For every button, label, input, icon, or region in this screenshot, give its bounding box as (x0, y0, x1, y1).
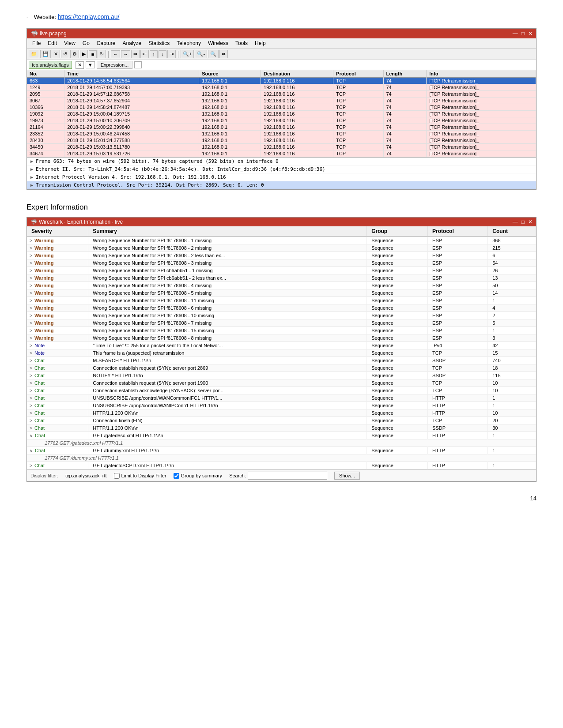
close-button[interactable]: ✕ (528, 30, 533, 37)
list-item[interactable]: > WarningWrong Sequence Number for SPI f… (27, 252, 536, 259)
limit-display-filter-checkbox[interactable] (114, 473, 120, 479)
filter-arrow-icon[interactable]: ▼ (86, 61, 95, 68)
table-row[interactable]: 346742018-01-29 15:03:19.531726192.168.0… (27, 150, 536, 157)
expression-button[interactable]: Expression... (97, 61, 133, 69)
toolbar-save[interactable]: 💾 (40, 50, 51, 58)
menu-help[interactable]: Help (251, 39, 269, 47)
list-item[interactable]: > WarningWrong Sequence Number for SPI f… (27, 327, 536, 334)
menu-tools[interactable]: Tools (232, 39, 251, 47)
toolbar-last[interactable]: ⇥ (167, 50, 176, 58)
list-item[interactable]: > ChatConnection establish request (SYN)… (27, 364, 536, 372)
list-item[interactable]: > WarningWrong Sequence Number for SPI c… (27, 274, 536, 282)
toolbar-resize[interactable]: ⇔ (219, 50, 228, 58)
toolbar-reload[interactable]: ↺ (61, 50, 69, 58)
list-item[interactable]: > NoteThis frame is a (suspected) retran… (27, 349, 536, 357)
show-button[interactable]: Show... (334, 472, 360, 480)
table-row[interactable]: 344502018-01-29 15:03:13.511780192.168.0… (27, 144, 536, 150)
menu-go[interactable]: Go (79, 39, 93, 47)
toolbar-stop-capture[interactable]: ■ (89, 50, 97, 58)
list-item[interactable]: > Note"Time To Live" != 255 for a packet… (27, 342, 536, 349)
list-item[interactable]: > WarningWrong Sequence Number for SPI f… (27, 259, 536, 267)
list-item[interactable]: > ChatUNSUBSCRIBE /upnp/control/WANIPCon… (27, 402, 536, 409)
toolbar-goto[interactable]: ⇒ (131, 50, 140, 58)
toolbar-next[interactable]: ↓ (159, 50, 166, 58)
group-by-summary-text: Group by summary (181, 473, 223, 478)
menu-file[interactable]: File (29, 39, 44, 47)
detail-row-ethernet[interactable]: ▶ Ethernet II, Src: Tp-LinkT_34:5a:4c (b… (27, 165, 536, 173)
toolbar-restart[interactable]: ↻ (98, 50, 106, 58)
list-item[interactable]: ∨ ChatGET /dummy.xml HTTP/1.1\r\nSequenc… (27, 447, 536, 454)
expand-row-arrow: > (30, 283, 32, 288)
menu-telephony[interactable]: Telephony (173, 39, 204, 47)
list-item[interactable]: > WarningWrong Sequence Number for SPI f… (27, 312, 536, 319)
toolbar-start-capture[interactable]: ▶ (80, 50, 88, 58)
toolbar-forward[interactable]: → (121, 50, 130, 58)
list-item[interactable]: > ChatNOTIFY * HTTP/1.1\r\nSequenceSSDP1… (27, 372, 536, 379)
maximize-button[interactable]: □ (521, 30, 525, 37)
filter-clear-icon[interactable]: ✕ (76, 61, 84, 69)
list-item[interactable]: > ChatConnection finish (FIN)SequenceTCP… (27, 417, 536, 424)
ei-minimize-button[interactable]: — (513, 219, 518, 225)
table-row[interactable]: 30672018-01-29 14:57:37.652904192.168.0.… (27, 98, 536, 104)
list-item[interactable]: > ChatConnection establish request (SYN)… (27, 379, 536, 387)
ei-col-summary: Summary (88, 226, 367, 236)
menu-wireless[interactable]: Wireless (204, 39, 232, 47)
detail-row-ip[interactable]: ▶ Internet Protocol Version 4, Src: 192.… (27, 173, 536, 181)
table-row[interactable]: 12492018-01-29 14:57:00.719393192.168.0.… (27, 84, 536, 91)
toolbar-back[interactable]: ← (111, 50, 120, 58)
expand-row-arrow: > (30, 313, 32, 318)
expert-info-titlebar: 🦈 Wireshark · Expert Information · live … (27, 218, 536, 226)
website-link[interactable]: https://tenplay.com.au/ (58, 13, 120, 20)
list-item[interactable]: > WarningWrong Sequence Number for SPI f… (27, 236, 536, 244)
detail-row-tcp[interactable]: ▶ Transmission Control Protocol, Src Por… (27, 181, 536, 189)
col-time: Time (64, 70, 199, 78)
window-controls: — □ ✕ (513, 30, 533, 37)
list-item[interactable]: > WarningWrong Sequence Number for SPI f… (27, 304, 536, 312)
table-row[interactable]: 211642018-01-29 15:00:22.399840192.168.0… (27, 124, 536, 131)
detail-row-frame[interactable]: ▶ Frame 663: 74 bytes on wire (592 bits)… (27, 158, 536, 165)
toolbar-zoom-in[interactable]: 🔍+ (181, 50, 194, 58)
table-row[interactable]: 233522018-01-29 15:00:46.247458192.168.0… (27, 131, 536, 137)
list-item[interactable]: > WarningWrong Sequence Number for SPI f… (27, 244, 536, 252)
menu-capture[interactable]: Capture (93, 39, 119, 47)
menu-analyze[interactable]: Analyze (119, 39, 145, 47)
table-row[interactable]: 20952018-01-29 14:57:12.686758192.168.0.… (27, 91, 536, 98)
list-item[interactable]: > WarningWrong Sequence Number for SPI f… (27, 319, 536, 327)
list-item[interactable]: > ChatGET /gateicfoSCPD.xml HTTP/1.1\r\n… (27, 462, 536, 469)
toolbar-close[interactable]: ✕ (52, 50, 60, 58)
list-item[interactable]: ∨ ChatGET /gatedesc.xml HTTP/1.1\r\nSequ… (27, 432, 536, 439)
menu-edit[interactable]: Edit (44, 39, 60, 47)
group-by-summary-checkbox[interactable] (174, 473, 179, 479)
severity-badge: Chat (33, 380, 45, 386)
ei-maximize-button[interactable]: □ (521, 219, 525, 225)
list-item[interactable]: > WarningWrong Sequence Number for SPI f… (27, 282, 536, 289)
menu-view[interactable]: View (60, 39, 79, 47)
list-item[interactable]: > ChatHTTP/1.1 200 OK\r\nSequenceHTTP10 (27, 409, 536, 417)
list-item[interactable]: > ChatConnection establish acknowledge (… (27, 387, 536, 394)
table-row[interactable]: 103662018-01-29 14:58:24.874487192.168.0… (27, 104, 536, 111)
table-row[interactable]: 190922018-01-29 15:00:04.189715192.168.0… (27, 111, 536, 117)
search-input[interactable] (248, 472, 327, 480)
expert-info-title: Wireshark · Expert Information · live (39, 219, 123, 225)
toolbar-zoom-normal[interactable]: 🔍 (208, 50, 219, 58)
detail-pane: ▶ Frame 663: 74 bytes on wire (592 bits)… (27, 157, 536, 189)
toolbar-capture-options[interactable]: ⚙ (70, 50, 79, 58)
list-item[interactable]: > ChatHTTP/1.1 200 OK\r\nSequenceSSDP30 (27, 424, 536, 432)
table-row[interactable]: 284302018-01-29 15:01:34.377588192.168.0… (27, 137, 536, 144)
table-row[interactable]: 6632018-01-29 14:56:54.632564192.168.0.1… (27, 78, 536, 84)
toolbar-zoom-out[interactable]: 🔍- (195, 50, 207, 58)
toolbar-open[interactable]: 📁 (29, 50, 39, 58)
list-item[interactable]: > WarningWrong Sequence Number for SPI f… (27, 297, 536, 304)
toolbar-prev[interactable]: ↑ (150, 50, 158, 58)
list-item[interactable]: > ChatUNSUBSCRIBE /upnp/control/WANCommo… (27, 394, 536, 402)
ei-close-button[interactable]: ✕ (528, 219, 533, 225)
list-item[interactable]: > WarningWrong Sequence Number for SPI c… (27, 267, 536, 274)
list-item[interactable]: > ChatM-SEARCH * HTTP/1.1\r\nSequenceSSD… (27, 357, 536, 364)
list-item[interactable]: > WarningWrong Sequence Number for SPI f… (27, 334, 536, 342)
table-row[interactable]: 199732018-01-29 15:00:10.206709192.168.0… (27, 117, 536, 124)
toolbar-first[interactable]: ⇤ (140, 50, 149, 58)
list-item[interactable]: > WarningWrong Sequence Number for SPI f… (27, 289, 536, 297)
filter-plus-icon[interactable]: + (134, 61, 141, 68)
menu-statistics[interactable]: Statistics (145, 39, 173, 47)
minimize-button[interactable]: — (513, 30, 518, 37)
